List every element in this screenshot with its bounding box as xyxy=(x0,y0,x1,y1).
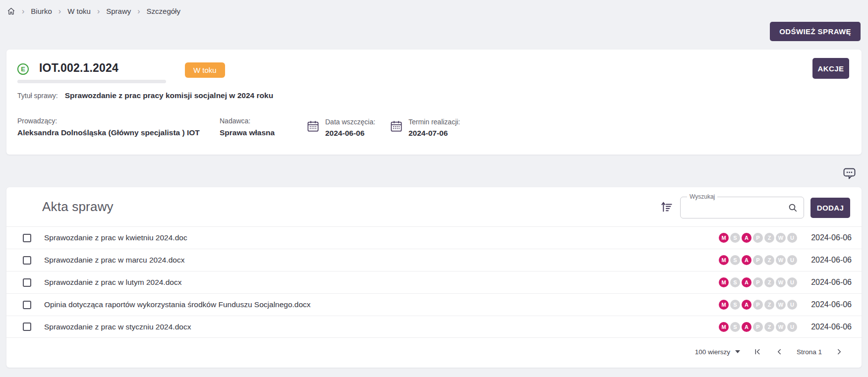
avatar-p[interactable]: P xyxy=(753,322,763,332)
row-status-avatars: M S A P Z W U xyxy=(719,322,797,332)
avatar-s[interactable]: S xyxy=(730,255,740,265)
row-status-avatars: M S A P Z W U xyxy=(719,300,797,310)
file-date: 2024-06-06 xyxy=(797,323,852,331)
avatar-p[interactable]: P xyxy=(753,233,763,243)
field-termin-realizacji: Termin realizacji: 2024-07-06 xyxy=(390,118,460,138)
nadawca-label: Nadawca: xyxy=(220,117,275,125)
avatar-w[interactable]: W xyxy=(776,233,786,243)
avatar-z[interactable]: Z xyxy=(764,322,774,332)
file-date: 2024-06-06 xyxy=(797,300,852,309)
actions-button[interactable]: AKCJE xyxy=(812,58,849,79)
case-title-row: Tytuł sprawy: Sprawozdanie z prac pracy … xyxy=(17,91,273,100)
row-checkbox[interactable] xyxy=(23,234,31,242)
row-status-avatars: M S A P Z W U xyxy=(719,233,797,243)
data-wszczecia-label: Data wszczęcia: xyxy=(325,118,375,126)
file-name[interactable]: Sprawozdanie z prac w lutym 2024.docx xyxy=(44,278,181,287)
avatar-w[interactable]: W xyxy=(776,300,786,310)
calendar-icon xyxy=(306,118,320,133)
case-number: IOT.002.1.2024 xyxy=(39,61,118,75)
file-name[interactable]: Sprawozdanie z prac w styczniu 2024.docx xyxy=(44,323,191,331)
file-list: Sprawozdanie z prac w kwietniu 2024.doc … xyxy=(6,226,862,338)
case-progress-bar xyxy=(17,80,166,83)
file-name[interactable]: Opinia dotycząca raportów wykorzystania … xyxy=(44,300,311,309)
search-icon[interactable] xyxy=(788,203,798,213)
breadcrumb: › Biurko › W toku › Sprawy › Szczegóły xyxy=(7,7,180,15)
row-status-avatars: M S A P Z W U xyxy=(719,277,797,287)
avatar-a[interactable]: A xyxy=(742,277,752,287)
file-date: 2024-06-06 xyxy=(797,278,852,287)
page: { "breadcrumb": { "separator": "›", "ite… xyxy=(0,0,868,377)
avatar-u[interactable]: U xyxy=(787,300,797,310)
next-page-button[interactable] xyxy=(835,347,844,356)
termin-realizacji-value: 2024-07-06 xyxy=(408,129,460,138)
avatar-s[interactable]: S xyxy=(730,233,740,243)
breadcrumb-separator: › xyxy=(97,7,100,15)
first-page-button[interactable] xyxy=(753,347,762,356)
rows-per-page-label: 100 wierszy xyxy=(695,348,730,356)
avatar-a[interactable]: A xyxy=(742,300,752,310)
breadcrumb-separator: › xyxy=(137,7,140,15)
avatar-a[interactable]: A xyxy=(742,322,752,332)
row-checkbox[interactable] xyxy=(23,301,31,309)
avatar-z[interactable]: Z xyxy=(764,300,774,310)
case-summary-card: E IOT.002.1.2024 W toku AKCJE Tytuł spra… xyxy=(6,50,862,155)
avatar-m[interactable]: M xyxy=(719,233,729,243)
avatar-p[interactable]: P xyxy=(753,255,763,265)
nadawca-value: Sprawa własna xyxy=(220,128,275,137)
row-checkbox[interactable] xyxy=(23,256,31,265)
file-name[interactable]: Sprawozdanie z prac w marcu 2024.docx xyxy=(44,256,184,265)
file-name[interactable]: Sprawozdanie z prac w kwietniu 2024.doc xyxy=(44,233,187,242)
avatar-s[interactable]: S xyxy=(730,322,740,332)
avatar-m[interactable]: M xyxy=(719,300,729,310)
avatar-u[interactable]: U xyxy=(787,322,797,332)
chevron-down-icon xyxy=(735,350,740,353)
section-title: Akta sprawy xyxy=(42,199,114,215)
case-type-icon: E xyxy=(17,63,29,75)
avatar-m[interactable]: M xyxy=(719,255,729,265)
data-wszczecia-value: 2024-06-06 xyxy=(325,129,375,138)
calendar-icon xyxy=(390,118,403,133)
avatar-a[interactable]: A xyxy=(742,255,752,265)
search-input[interactable] xyxy=(681,197,804,218)
rows-per-page-select[interactable]: 100 wierszy xyxy=(695,348,740,356)
comments-icon[interactable] xyxy=(842,165,857,181)
row-checkbox[interactable] xyxy=(23,323,31,331)
refresh-case-button[interactable]: ODŚWIEŻ SPRAWĘ xyxy=(770,22,861,41)
add-button[interactable]: DODAJ xyxy=(810,198,850,218)
previous-page-button[interactable] xyxy=(775,347,784,356)
file-date: 2024-06-06 xyxy=(797,233,852,242)
avatar-w[interactable]: W xyxy=(776,277,786,287)
search-box: Wyszukaj xyxy=(680,197,804,218)
breadcrumb-item-sprawy[interactable]: Sprawy xyxy=(106,7,131,15)
table-row: Opinia dotycząca raportów wykorzystania … xyxy=(6,293,862,316)
avatar-s[interactable]: S xyxy=(730,277,740,287)
avatar-w[interactable]: W xyxy=(776,255,786,265)
home-icon[interactable] xyxy=(7,7,15,15)
avatar-m[interactable]: M xyxy=(719,322,729,332)
avatar-p[interactable]: P xyxy=(753,277,763,287)
table-row: Sprawozdanie z prac w lutym 2024.docx M … xyxy=(6,271,862,293)
avatar-z[interactable]: Z xyxy=(764,233,774,243)
avatar-a[interactable]: A xyxy=(742,233,752,243)
case-title-label: Tytuł sprawy: xyxy=(17,92,58,100)
avatar-u[interactable]: U xyxy=(787,233,797,243)
breadcrumb-item-biurko[interactable]: Biurko xyxy=(31,7,52,15)
breadcrumb-item-w-toku[interactable]: W toku xyxy=(67,7,91,15)
row-checkbox[interactable] xyxy=(23,278,31,287)
avatar-m[interactable]: M xyxy=(719,277,729,287)
sort-ascending-icon[interactable] xyxy=(660,200,673,214)
avatar-p[interactable]: P xyxy=(753,300,763,310)
avatar-z[interactable]: Z xyxy=(764,255,774,265)
avatar-s[interactable]: S xyxy=(730,300,740,310)
table-row: Sprawozdanie z prac w marcu 2024.docx M … xyxy=(6,249,862,271)
field-prowadzacy: Prowadzący: Aleksandra Dolnośląska (Głów… xyxy=(17,117,200,137)
avatar-w[interactable]: W xyxy=(776,322,786,332)
case-files-card: Akta sprawy Wyszukaj DODAJ Sprawozdanie … xyxy=(6,187,862,368)
prowadzacy-value: Aleksandra Dolnośląska (Główny specjalis… xyxy=(17,128,200,137)
avatar-u[interactable]: U xyxy=(787,277,797,287)
avatar-z[interactable]: Z xyxy=(764,277,774,287)
pagination: 100 wierszy Strona 1 xyxy=(695,345,844,359)
case-title-value: Sprawozdanie z prac pracy komisji socjal… xyxy=(65,91,273,100)
field-data-wszczecia: Data wszczęcia: 2024-06-06 xyxy=(306,118,375,138)
avatar-u[interactable]: U xyxy=(787,255,797,265)
